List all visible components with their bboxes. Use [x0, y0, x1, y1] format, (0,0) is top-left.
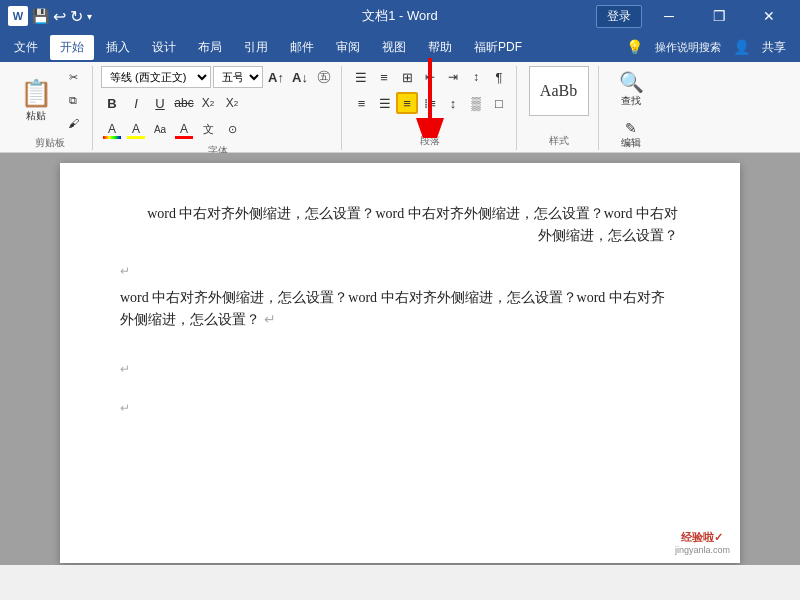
menu-review[interactable]: 审阅 [326, 35, 370, 60]
document-area[interactable]: word 中右对齐外侧缩进，怎么设置？word 中右对齐外侧缩进，怎么设置？wo… [0, 153, 800, 565]
menu-design[interactable]: 设计 [142, 35, 186, 60]
undo-redo-group: 💾 ↩ ↻ ▾ [32, 7, 92, 26]
cut-button[interactable]: ✂ [60, 66, 86, 88]
watermark-text: 经验啦✓ [675, 530, 730, 545]
para2-text: word 中右对齐外侧缩进，怎么设置？word 中右对齐外侧缩进，怎么设置？wo… [120, 290, 665, 305]
paragraph-2[interactable]: word 中右对齐外侧缩进，怎么设置？word 中右对齐外侧缩进，怎么设置？wo… [120, 287, 680, 332]
word-app-icon: W [8, 6, 28, 26]
copy-icon: ⧉ [69, 94, 77, 107]
align-left-button[interactable]: ≡ [350, 92, 372, 114]
bold-button[interactable]: B [101, 92, 123, 114]
return-mark-1: ↵ [120, 262, 680, 281]
menu-help[interactable]: 帮助 [418, 35, 462, 60]
para1-cont: 外侧缩进，怎么设置？ [120, 225, 678, 247]
menu-layout[interactable]: 布局 [188, 35, 232, 60]
cut-icon: ✂ [69, 71, 78, 84]
sort-button[interactable]: ↕ [465, 66, 487, 88]
style-preview[interactable]: AaBb [529, 66, 589, 116]
title-bar: W 💾 ↩ ↻ ▾ 文档1 - Word 登录 ─ ❒ ✕ [0, 0, 800, 32]
font-name-select[interactable]: 等线 (西文正文) [101, 66, 211, 88]
shading-button[interactable]: ▒ [465, 92, 487, 114]
clipboard-buttons: 📋 粘贴 ✂ ⧉ 🖌 [14, 66, 86, 134]
save-icon[interactable]: 💾 [32, 8, 49, 24]
menu-references[interactable]: 引用 [234, 35, 278, 60]
replace-label: 编辑 [621, 136, 641, 150]
paste-button[interactable]: 📋 粘贴 [14, 74, 58, 127]
document-page[interactable]: word 中右对齐外侧缩进，怎么设置？word 中右对齐外侧缩进，怎么设置？wo… [60, 163, 740, 563]
page-content: word 中右对齐外侧缩进，怎么设置？word 中右对齐外侧缩进，怎么设置？wo… [120, 203, 680, 418]
watermark: 经验啦✓ jingyanla.com [675, 530, 730, 555]
menu-view[interactable]: 视图 [372, 35, 416, 60]
superscript-button[interactable]: X2 [221, 92, 243, 114]
font-color-row: A A Aa A 文 ⊙ [101, 118, 243, 140]
highlight-button[interactable]: A [125, 118, 147, 140]
bullet-list-button[interactable]: ☰ [350, 66, 372, 88]
decrease-font-btn[interactable]: A↓ [289, 66, 311, 88]
font-name-row: 等线 (西文正文) 五号 A↑ A↓ ㊄ [101, 66, 335, 88]
find-button[interactable]: 🔍 查找 [615, 66, 648, 112]
styles-label: 样式 [549, 132, 569, 150]
encircle-btn[interactable]: ⊙ [221, 118, 243, 140]
italic-button[interactable]: I [125, 92, 147, 114]
show-marks-button[interactable]: ¶ [488, 66, 510, 88]
minimize-button[interactable]: ─ [646, 0, 692, 32]
font-buttons: 等线 (西文正文) 五号 A↑ A↓ ㊄ B I U abc X2 X2 [101, 66, 335, 142]
find-label: 查找 [621, 94, 641, 108]
format-painter-icon: 🖌 [68, 117, 79, 129]
clipboard-group: 📋 粘贴 ✂ ⧉ 🖌 剪贴板 [8, 66, 93, 150]
close-button[interactable]: ✕ [746, 0, 792, 32]
para2-cont: 外侧缩进，怎么设置？ [120, 312, 260, 327]
return-mark-4: ↵ [120, 399, 680, 418]
phonetic-btn[interactable]: 文 [197, 118, 219, 140]
paste-label: 粘贴 [26, 109, 46, 123]
font-color-button[interactable]: A [173, 118, 195, 140]
menu-insert[interactable]: 插入 [96, 35, 140, 60]
paste-icon: 📋 [20, 78, 52, 109]
menu-file[interactable]: 文件 [4, 35, 48, 60]
styles-content: AaBb [529, 66, 589, 132]
clipboard-label: 剪贴板 [35, 134, 65, 152]
replace-button[interactable]: ✎ 编辑 [617, 116, 645, 154]
subscript-button[interactable]: X2 [197, 92, 219, 114]
undo-btn[interactable]: ↩ [53, 7, 66, 26]
font-style-row: B I U abc X2 X2 [101, 92, 243, 114]
user-icon: 👤 [733, 39, 750, 55]
increase-font-btn[interactable]: A↑ [265, 66, 287, 88]
watermark-subtext: jingyanla.com [675, 545, 730, 555]
share-button[interactable]: 共享 [752, 35, 796, 60]
red-arrow [400, 58, 460, 142]
clear-format-btn[interactable]: ㊄ [313, 66, 335, 88]
font-group: 等线 (西文正文) 五号 A↑ A↓ ㊄ B I U abc X2 X2 [95, 66, 342, 150]
editing-content: 🔍 查找 ✎ 编辑 [615, 66, 648, 154]
return-mark-2: ↵ [264, 312, 276, 327]
styles-group: AaBb 样式 [519, 66, 599, 150]
window-title: 文档1 - Word [362, 7, 438, 25]
format-painter-button[interactable]: 🖌 [60, 112, 86, 134]
strikethrough-button[interactable]: abc [173, 92, 195, 114]
menu-home[interactable]: 开始 [50, 35, 94, 60]
redo-btn[interactable]: ↻ [70, 7, 83, 26]
paragraph-1[interactable]: word 中右对齐外侧缩进，怎么设置？word 中右对齐外侧缩进，怎么设置？wo… [120, 203, 680, 248]
clipboard-small-btns: ✂ ⧉ 🖌 [60, 66, 86, 134]
editing-group: 🔍 查找 ✎ 编辑 编辑 [601, 66, 661, 150]
number-list-button[interactable]: ≡ [373, 66, 395, 88]
return-mark-3: ↵ [120, 360, 680, 379]
menu-foxit[interactable]: 福昕PDF [464, 35, 532, 60]
para-spacer-3 [120, 340, 680, 360]
change-case-btn[interactable]: Aa [149, 118, 171, 140]
underline-button[interactable]: U [149, 92, 171, 114]
para-spacer-4 [120, 379, 680, 399]
copy-button[interactable]: ⧉ [60, 89, 86, 111]
border-button[interactable]: □ [488, 92, 510, 114]
search-operations[interactable]: 操作说明搜索 [645, 36, 731, 59]
text-effect-button[interactable]: A [101, 118, 123, 140]
font-size-select[interactable]: 五号 [213, 66, 263, 88]
customize-btn[interactable]: ▾ [87, 11, 92, 22]
para1-text: word 中右对齐外侧缩进，怎么设置？word 中右对齐外侧缩进，怎么设置？wo… [147, 206, 678, 221]
login-button[interactable]: 登录 [596, 5, 642, 28]
menu-mailings[interactable]: 邮件 [280, 35, 324, 60]
restore-button[interactable]: ❒ [696, 0, 742, 32]
align-center-button[interactable]: ☰ [373, 92, 395, 114]
title-bar-left: W 💾 ↩ ↻ ▾ [8, 6, 92, 26]
lightbulb-icon: 💡 [626, 39, 643, 55]
